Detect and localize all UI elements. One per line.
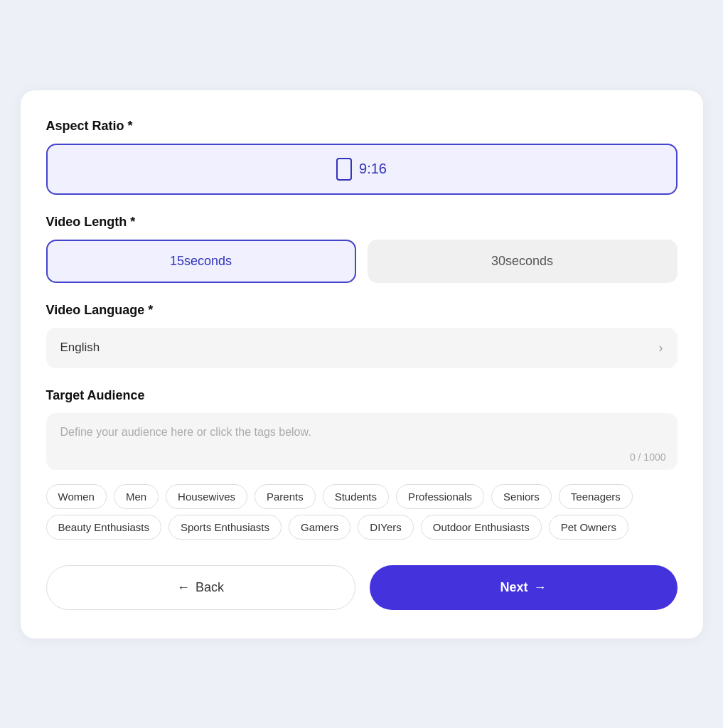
chevron-right-icon: › xyxy=(659,341,663,355)
aspect-ratio-value: 9:16 xyxy=(359,161,387,177)
aspect-ratio-button[interactable]: 9:16 xyxy=(46,144,678,195)
main-card: Aspect Ratio * 9:16 Video Length * 15sec… xyxy=(21,90,703,638)
video-length-label: Video Length * xyxy=(46,215,678,230)
next-button[interactable]: Next → xyxy=(370,565,678,610)
language-selector[interactable]: English › xyxy=(46,328,678,368)
tag-diyers[interactable]: DIYers xyxy=(358,515,413,540)
next-arrow-icon: → xyxy=(534,580,547,595)
video-length-options: 15seconds 30seconds xyxy=(46,240,678,283)
audience-tags-row-2: Beauty Enthusiasts Sports Enthusiasts Ga… xyxy=(46,515,678,540)
audience-input-wrapper: 0 / 1000 xyxy=(46,413,678,473)
tag-pet-owners[interactable]: Pet Owners xyxy=(549,515,628,540)
tag-housewives[interactable]: Housewives xyxy=(166,484,247,509)
tag-parents[interactable]: Parents xyxy=(255,484,316,509)
back-button[interactable]: ← Back xyxy=(46,565,355,610)
back-arrow-icon: ← xyxy=(177,580,190,595)
aspect-ratio-label: Aspect Ratio * xyxy=(46,119,678,134)
language-value: English xyxy=(60,341,100,355)
tag-beauty-enthusiasts[interactable]: Beauty Enthusiasts xyxy=(46,515,161,540)
char-count: 0 / 1000 xyxy=(630,451,666,463)
tag-seniors[interactable]: Seniors xyxy=(491,484,552,509)
tag-outdoor-enthusiasts[interactable]: Outdoor Enthusiasts xyxy=(421,515,542,540)
audience-textarea[interactable] xyxy=(46,413,678,470)
aspect-ratio-section: Aspect Ratio * 9:16 xyxy=(46,119,678,195)
tag-men[interactable]: Men xyxy=(114,484,159,509)
video-language-section: Video Language * English › xyxy=(46,303,678,368)
next-label: Next xyxy=(500,580,527,595)
tag-sports-enthusiasts[interactable]: Sports Enthusiasts xyxy=(168,515,282,540)
phone-portrait-icon xyxy=(336,158,352,181)
tag-gamers[interactable]: Gamers xyxy=(289,515,350,540)
audience-tags-row-1: Women Men Housewives Parents Students Pr… xyxy=(46,484,678,509)
tag-women[interactable]: Women xyxy=(46,484,107,509)
target-audience-section: Target Audience 0 / 1000 Women Men House… xyxy=(46,388,678,540)
video-language-label: Video Language * xyxy=(46,303,678,318)
target-audience-label: Target Audience xyxy=(46,388,678,403)
back-label: Back xyxy=(196,580,224,595)
length-option-30s[interactable]: 30seconds xyxy=(368,240,678,283)
tag-professionals[interactable]: Professionals xyxy=(396,484,484,509)
footer-buttons: ← Back Next → xyxy=(46,565,678,610)
video-length-section: Video Length * 15seconds 30seconds xyxy=(46,215,678,283)
tag-teenagers[interactable]: Teenagers xyxy=(559,484,633,509)
length-option-15s[interactable]: 15seconds xyxy=(46,240,356,283)
tag-students[interactable]: Students xyxy=(323,484,389,509)
